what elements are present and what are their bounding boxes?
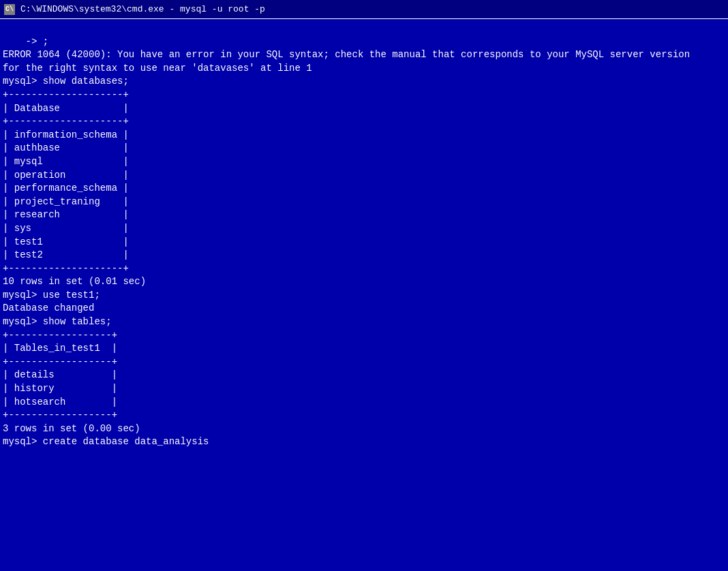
- terminal-line: | history |: [3, 382, 725, 396]
- terminal-line: mysql> show tables;: [3, 315, 725, 329]
- title-bar: C\ C:\WINDOWS\system32\cmd.exe - mysql -…: [0, 0, 728, 19]
- terminal-line: mysql> create database data_analysis: [3, 435, 725, 449]
- terminal-line: | test2 |: [3, 249, 725, 262]
- terminal-line: +--------------------+: [3, 89, 725, 102]
- terminal-line: 10 rows in set (0.01 sec): [3, 275, 725, 289]
- terminal-line: +--------------------+: [3, 115, 725, 129]
- title-bar-text: C:\WINDOWS\system32\cmd.exe - mysql -u r…: [20, 4, 265, 14]
- terminal-line: +------------------+: [3, 356, 725, 369]
- title-bar-icon: C\: [4, 4, 15, 15]
- terminal-line: for the right syntax to use near 'datava…: [3, 62, 725, 76]
- terminal-line: mysql> use test1;: [3, 289, 725, 303]
- terminal-body[interactable]: -> ;ERROR 1064 (42000): You have an erro…: [0, 19, 728, 452]
- terminal-line: | performance_schema |: [3, 182, 725, 196]
- terminal-line: | details |: [3, 369, 725, 382]
- terminal-line: | authbase |: [3, 142, 725, 155]
- terminal-line: +------------------+: [3, 409, 725, 422]
- terminal-line: mysql> show databases;: [3, 75, 725, 89]
- cmd-icon: C\: [5, 5, 14, 13]
- terminal-line: | operation |: [3, 169, 725, 183]
- terminal-line: ERROR 1064 (42000): You have an error in…: [3, 48, 725, 62]
- terminal-line: | sys |: [3, 222, 725, 236]
- terminal-line: | test1 |: [3, 236, 725, 249]
- terminal-line: -> ;: [3, 35, 725, 49]
- terminal-line: Database changed: [3, 302, 725, 315]
- terminal-line: | project_traning |: [3, 196, 725, 209]
- terminal-line: +------------------+: [3, 329, 725, 343]
- terminal-line: | Tables_in_test1 |: [3, 342, 725, 356]
- terminal-line: | hotsearch |: [3, 396, 725, 410]
- terminal-line: | research |: [3, 209, 725, 222]
- terminal-line: +--------------------+: [3, 262, 725, 276]
- terminal-line: | information_schema |: [3, 129, 725, 142]
- terminal-line: | mysql |: [3, 155, 725, 169]
- terminal-line: | Database |: [3, 102, 725, 116]
- terminal-line: 3 rows in set (0.00 sec): [3, 422, 725, 436]
